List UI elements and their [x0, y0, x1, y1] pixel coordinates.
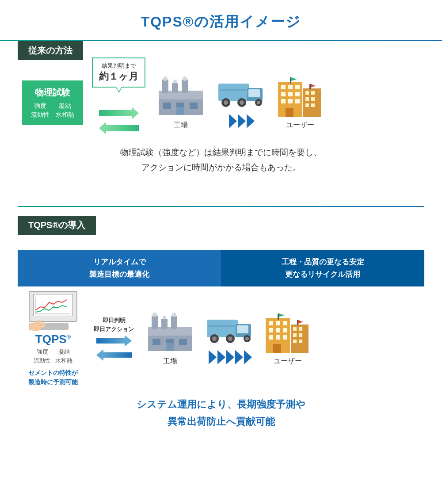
svg-rect-61 — [179, 339, 187, 345]
building-svg — [276, 75, 324, 117]
section2-diagram: TQPS® 強度 凝結 流動性 水和熱 セメントの特性が 製造時に予測可能 即日… — [0, 291, 442, 387]
svg-point-69 — [228, 336, 232, 341]
svg-rect-42 — [309, 84, 311, 89]
svg-rect-62 — [166, 343, 174, 351]
svg-point-57 — [163, 316, 166, 319]
svg-rect-29 — [281, 99, 286, 103]
chevron2-2 — [217, 350, 225, 364]
svg-point-20 — [257, 101, 260, 104]
svg-rect-83 — [273, 344, 281, 353]
section2: TQPS®の導入 リアルタイムで 製造目標の最適化 工程・品質の更なる安定 更な… — [0, 216, 442, 431]
factory-svg-2 — [144, 311, 197, 353]
page-title: TQPS®の活用イメージ — [0, 0, 442, 40]
svg-rect-32 — [286, 108, 293, 117]
arrows-col — [99, 107, 139, 134]
svg-rect-86 — [299, 327, 302, 331]
svg-rect-40 — [290, 77, 291, 84]
monitor-screen — [33, 294, 73, 316]
svg-rect-39 — [311, 103, 315, 107]
user-label-2: ユーザー — [274, 357, 302, 366]
factory-svg — [154, 75, 207, 117]
arrow2-left — [96, 349, 132, 361]
tqps-box: TQPS® 強度 凝結 流動性 水和熱 セメントの特性が 製造時に予測可能 — [22, 291, 84, 387]
monitor-chart — [34, 294, 72, 316]
bubble-line1: 結果判明まで — [99, 62, 138, 70]
svg-rect-11 — [176, 107, 184, 115]
svg-rect-50 — [42, 322, 45, 328]
phys-test-sub-labels: 強度 凝結 流動性 水和熱 — [30, 102, 75, 119]
svg-point-67 — [212, 336, 217, 341]
banner-right-line2: 更なるリサイクル活用 — [230, 268, 415, 280]
section-divider — [18, 206, 424, 207]
svg-rect-21 — [220, 89, 246, 91]
banner-left-line2: 製造目標の最適化 — [27, 268, 212, 280]
building-svg-2 — [263, 311, 312, 353]
building-icon: ユーザー — [276, 75, 324, 130]
svg-point-56 — [152, 313, 157, 317]
svg-point-71 — [245, 337, 249, 340]
svg-rect-3 — [172, 83, 178, 93]
svg-rect-77 — [269, 328, 273, 332]
chevron-2 — [238, 114, 246, 128]
speech-bubble: 結果判明まで 約１ヶ月 — [92, 57, 145, 88]
factory-icon-2: 工場 — [144, 311, 197, 366]
svg-rect-27 — [288, 92, 293, 96]
svg-rect-4 — [182, 80, 188, 93]
arrows2-col — [96, 335, 132, 361]
svg-rect-38 — [305, 103, 309, 107]
section2-desc: システム運用により、長期強度予測や 異常出荷防止へ貢献可能 — [0, 396, 442, 431]
arrow-left — [99, 122, 139, 134]
svg-rect-49 — [30, 323, 33, 328]
svg-point-58 — [172, 313, 176, 317]
svg-rect-89 — [293, 340, 297, 343]
svg-rect-53 — [152, 316, 158, 329]
hand-svg — [29, 316, 46, 332]
section2-desc-line1: システム運用により、長期強度予測や — [0, 396, 442, 413]
arrow2-right — [96, 335, 132, 347]
section1-diagram: 物理試験 強度 凝結 流動性 水和熱 結果判明まで 約１ヶ月 — [18, 71, 424, 134]
tqps-sub-labels: 強度 凝結 流動性 水和熱 — [34, 348, 72, 365]
tqps-label: TQPS® — [35, 332, 71, 346]
svg-rect-34 — [305, 91, 309, 95]
svg-rect-31 — [295, 99, 300, 103]
banner-left-line1: リアルタイムで — [27, 256, 212, 268]
section2-label: TQPS®の導入 — [18, 216, 96, 235]
banner-right-line1: 工程・品質の更なる安定 — [230, 256, 415, 268]
svg-rect-59 — [152, 339, 160, 345]
chevron-3 — [247, 114, 255, 128]
svg-rect-48 — [34, 321, 37, 328]
chevron2-5 — [244, 350, 252, 364]
arrow-right — [99, 107, 139, 119]
svg-rect-55 — [171, 316, 177, 329]
banner-right: 工程・品質の更なる安定 更なるリサイクル活用 — [221, 250, 424, 286]
svg-rect-88 — [299, 333, 302, 337]
svg-rect-36 — [305, 97, 309, 101]
svg-rect-30 — [288, 99, 293, 103]
svg-rect-65 — [237, 325, 248, 333]
svg-rect-14 — [248, 89, 260, 97]
cement-note-line1: セメントの特性が — [28, 368, 78, 378]
svg-rect-75 — [276, 321, 280, 325]
desc-line2: アクションに時間がかかる場合もあった。 — [18, 160, 424, 175]
chevrons2 — [209, 350, 252, 364]
svg-marker-94 — [298, 320, 303, 324]
phys-test-title: 物理試験 — [30, 87, 75, 99]
svg-rect-10 — [190, 103, 198, 109]
svg-rect-82 — [283, 335, 287, 340]
building-icon-2: ユーザー — [263, 311, 312, 366]
svg-rect-81 — [276, 335, 280, 340]
svg-rect-79 — [283, 328, 287, 332]
svg-rect-37 — [311, 97, 315, 101]
svg-rect-93 — [297, 320, 298, 325]
svg-point-6 — [173, 80, 177, 83]
chevron2-1 — [209, 350, 217, 364]
svg-rect-47 — [38, 320, 41, 328]
svg-rect-78 — [276, 328, 280, 332]
section1-label: 従来の方法 — [18, 41, 83, 60]
truck-svg — [216, 77, 267, 108]
svg-marker-41 — [291, 77, 297, 81]
truck-svg-2 — [205, 313, 255, 344]
chevrons — [229, 114, 255, 128]
svg-rect-63 — [207, 320, 238, 337]
immediate-line1: 即日判明 — [103, 317, 126, 325]
